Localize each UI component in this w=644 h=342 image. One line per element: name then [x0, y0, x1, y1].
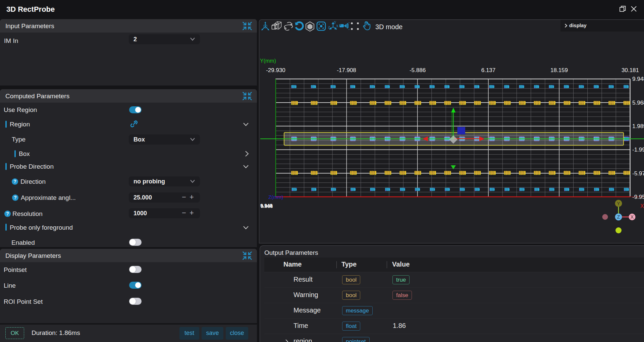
svg-text:0.988: 0.988 — [261, 204, 273, 209]
svg-text:-29.930: -29.930 — [266, 67, 285, 73]
svg-text:Z: Z — [617, 214, 620, 220]
svg-text:-5.970: -5.970 — [632, 170, 644, 177]
svg-text:X: X — [640, 203, 644, 209]
svg-text:5.968: 5.968 — [632, 100, 644, 106]
svg-text:6.137: 6.137 — [481, 67, 496, 73]
svg-text:18.159: 18.159 — [550, 67, 568, 73]
svg-text:-9.950: -9.950 — [632, 194, 644, 200]
svg-text:9.948: 9.948 — [632, 76, 644, 82]
svg-text:-5.886: -5.886 — [410, 67, 426, 73]
svg-text:-17.908: -17.908 — [337, 67, 356, 73]
svg-text:Y: Y — [617, 201, 620, 206]
svg-text:1.989: 1.989 — [632, 123, 644, 129]
svg-text:X: X — [631, 214, 634, 220]
svg-text:Y(mm): Y(mm) — [260, 58, 276, 64]
svg-text:-1.991: -1.991 — [632, 147, 644, 153]
svg-text:30.181: 30.181 — [622, 67, 639, 73]
svg-text:Z(mm): Z(mm) — [268, 194, 283, 200]
